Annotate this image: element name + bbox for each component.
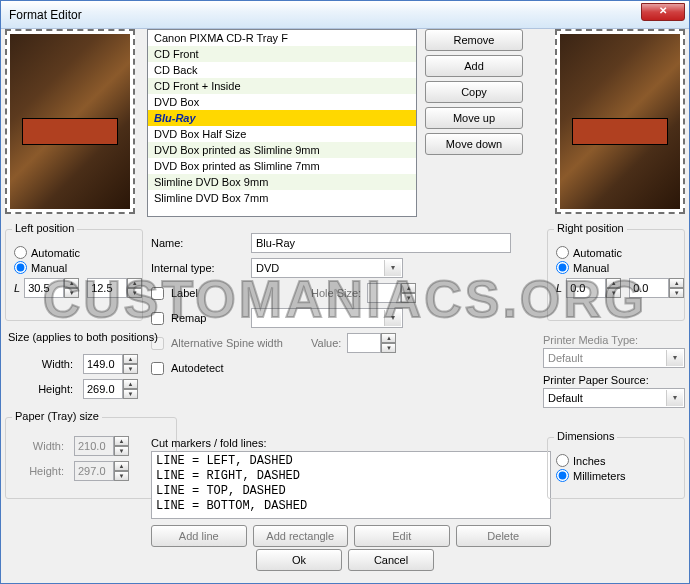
down-arrow-icon[interactable]: ▼ <box>127 288 142 298</box>
cut-markers-label: Cut markers / fold lines: <box>151 437 551 449</box>
printer-media-combo: Default <box>543 348 685 368</box>
edit-button[interactable]: Edit <box>354 525 450 547</box>
paper-title: Paper (Tray) size <box>12 410 102 422</box>
leftpos-auto-radio[interactable] <box>14 246 27 259</box>
left-position-group: Left position Automatic Manual L ▲▼ ▲▼ <box>5 229 143 321</box>
up-arrow-icon[interactable]: ▲ <box>64 278 79 288</box>
remap-combo[interactable] <box>251 308 403 328</box>
millimeters-radio[interactable] <box>556 469 569 482</box>
window-title: Format Editor <box>9 8 82 22</box>
cut-markers-textarea[interactable]: LINE = LEFT, DASHED LINE = RIGHT, DASHED… <box>151 451 551 519</box>
up-arrow-icon[interactable]: ▲ <box>127 278 142 288</box>
format-list-item[interactable]: DVD Box Half Size <box>148 126 416 142</box>
leftpos-manual-radio[interactable] <box>14 261 27 274</box>
list-action-buttons: Remove Add Copy Move up Move down <box>425 29 523 159</box>
leftpos-l-spinner[interactable]: ▲▼ <box>24 278 79 298</box>
dimensions-title: Dimensions <box>554 430 617 442</box>
format-list-item[interactable]: Blu-Ray <box>148 110 416 126</box>
ok-button[interactable]: Ok <box>256 549 342 571</box>
printer-media-label: Printer Media Type: <box>543 334 685 346</box>
hole-size-label: Hole Size: <box>311 287 361 299</box>
up-arrow-icon[interactable]: ▲ <box>606 278 621 288</box>
label-checkbox[interactable] <box>151 287 164 300</box>
printer-source-combo[interactable]: Default <box>543 388 685 408</box>
size-group: Size (applies to both positions) Width:▲… <box>5 331 177 403</box>
right-position-title: Right position <box>554 222 627 234</box>
value-label: Value: <box>311 337 341 349</box>
add-line-button[interactable]: Add line <box>151 525 247 547</box>
format-list-item[interactable]: CD Back <box>148 62 416 78</box>
format-list-item[interactable]: DVD Box printed as Slimline 7mm <box>148 158 416 174</box>
add-rectangle-button[interactable]: Add rectangle <box>253 525 349 547</box>
format-list-item[interactable]: Canon PIXMA CD-R Tray F <box>148 30 416 46</box>
format-list-item[interactable]: Slimline DVD Box 9mm <box>148 174 416 190</box>
format-list-item[interactable]: DVD Box printed as Slimline 9mm <box>148 142 416 158</box>
rightpos-t-spinner[interactable]: ▲▼ <box>629 278 684 298</box>
paper-width-spinner: ▲▼ <box>74 436 129 456</box>
printer-column: Printer Media Type:Default Printer Paper… <box>543 331 685 414</box>
format-editor-window: Format Editor ✕ Canon PIXMA CD-R Tray FC… <box>0 0 690 584</box>
down-arrow-icon[interactable]: ▼ <box>669 288 684 298</box>
hole-size-spinner[interactable]: ▲▼ <box>367 283 416 303</box>
right-preview <box>555 29 685 214</box>
internal-type-label: Internal type: <box>151 262 251 274</box>
rightpos-manual-radio[interactable] <box>556 261 569 274</box>
rightpos-auto-radio[interactable] <box>556 246 569 259</box>
right-position-group: Right position Automatic Manual L ▲▼ ▲▼ <box>547 229 685 321</box>
format-list-item[interactable]: CD Front <box>148 46 416 62</box>
remove-button[interactable]: Remove <box>425 29 523 51</box>
format-list-item[interactable]: Slimline DVD Box 7mm <box>148 190 416 206</box>
titlebar[interactable]: Format Editor ✕ <box>1 1 689 29</box>
up-arrow-icon[interactable]: ▲ <box>669 278 684 288</box>
size-width-spinner[interactable]: ▲▼ <box>83 354 138 374</box>
inches-radio[interactable] <box>556 454 569 467</box>
down-arrow-icon[interactable]: ▼ <box>606 288 621 298</box>
size-height-spinner[interactable]: ▲▼ <box>83 379 138 399</box>
move-down-button[interactable]: Move down <box>425 133 523 155</box>
remap-checkbox[interactable] <box>151 312 164 325</box>
cut-markers-block: Cut markers / fold lines: LINE = LEFT, D… <box>151 437 551 551</box>
add-button[interactable]: Add <box>425 55 523 77</box>
delete-button[interactable]: Delete <box>456 525 552 547</box>
size-title: Size (applies to both positions) <box>5 331 161 343</box>
value-spinner[interactable]: ▲▼ <box>347 333 396 353</box>
middle-fields: Name: Internal type:DVD Label Hole Size:… <box>151 229 539 382</box>
name-input[interactable] <box>251 233 511 253</box>
internal-type-combo[interactable]: DVD <box>251 258 403 278</box>
format-list-item[interactable]: CD Front + Inside <box>148 78 416 94</box>
leftpos-t-spinner[interactable]: ▲▼ <box>87 278 142 298</box>
format-list-item[interactable]: DVD Box <box>148 94 416 110</box>
rightpos-l-spinner[interactable]: ▲▼ <box>566 278 621 298</box>
printer-source-label: Printer Paper Source: <box>543 374 685 386</box>
paper-height-spinner: ▲▼ <box>74 461 129 481</box>
dialog-buttons: Ok Cancel <box>1 549 689 575</box>
move-up-button[interactable]: Move up <box>425 107 523 129</box>
cancel-button[interactable]: Cancel <box>348 549 434 571</box>
copy-button[interactable]: Copy <box>425 81 523 103</box>
content-area: Canon PIXMA CD-R Tray FCD FrontCD BackCD… <box>1 29 689 583</box>
close-icon[interactable]: ✕ <box>641 3 685 21</box>
left-preview <box>5 29 135 214</box>
name-label: Name: <box>151 237 251 249</box>
down-arrow-icon[interactable]: ▼ <box>64 288 79 298</box>
format-list[interactable]: Canon PIXMA CD-R Tray FCD FrontCD BackCD… <box>147 29 417 217</box>
dimensions-group: Dimensions Inches Millimeters <box>547 437 685 499</box>
left-position-title: Left position <box>12 222 77 234</box>
